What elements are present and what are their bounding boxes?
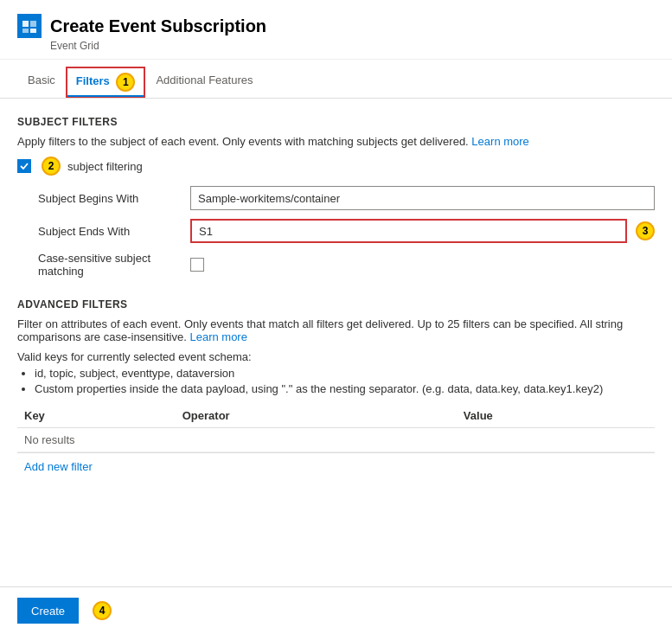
create-button[interactable]: Create: [17, 598, 79, 624]
filter-table-header-row: Key Operator Value: [17, 404, 655, 428]
tab-additional-prefix: Add: [156, 74, 176, 86]
subject-ends-with-row: Subject Ends With 3: [17, 219, 655, 243]
header: Create Event Subscription Event Grid: [0, 0, 672, 60]
filter-table: Key Operator Value No results: [17, 404, 655, 452]
svg-rect-1: [30, 21, 36, 27]
footer: Create 4: [0, 586, 672, 634]
no-results-row: No results: [17, 428, 655, 452]
page-container: Create Event Subscription Event Grid Bas…: [0, 0, 672, 634]
col-value: Value: [457, 404, 655, 428]
tab-filters[interactable]: Filters 1: [66, 67, 146, 98]
valid-key-2: Custom properties inside the data payloa…: [35, 382, 655, 395]
subject-ends-with-label: Subject Ends With: [17, 225, 190, 238]
subject-filters-desc: Apply filters to the subject of each eve…: [17, 135, 655, 148]
valid-keys: Valid keys for currently selected event …: [17, 350, 655, 395]
case-sensitive-checkbox[interactable]: [190, 258, 204, 272]
subject-begins-with-label: Subject Begins With: [17, 192, 190, 205]
event-grid-icon: [17, 14, 42, 38]
subject-filters-title: SUBJECT FILTERS: [17, 116, 655, 128]
tab-basic[interactable]: Basic: [17, 67, 66, 98]
col-operator: Operator: [176, 404, 457, 428]
page-title: Create Event Subscription: [50, 16, 266, 36]
subject-filters-section: SUBJECT FILTERS Apply filters to the sub…: [17, 116, 655, 278]
advanced-filters-section: ADVANCED FILTERS Filter on attributes of…: [17, 298, 655, 480]
valid-key-1: id, topic, subject, eventtype, dataversi…: [35, 367, 655, 380]
col-key: Key: [17, 404, 176, 428]
subject-filter-fields: Subject Begins With Subject Ends With 3 …: [17, 186, 655, 278]
valid-keys-list: id, topic, subject, eventtype, dataversi…: [17, 367, 655, 395]
svg-rect-2: [22, 29, 29, 33]
svg-rect-0: [22, 21, 29, 27]
add-filter-row: Add new filter: [17, 452, 655, 480]
annotation-badge-3: 3: [636, 221, 655, 240]
main-content: SUBJECT FILTERS Apply filters to the sub…: [0, 99, 672, 586]
subject-ends-with-input[interactable]: [190, 219, 627, 243]
advanced-filters-title: ADVANCED FILTERS: [17, 298, 655, 311]
tab-bar: Basic Filters 1 Additional Features: [0, 67, 672, 99]
annotation-badge-1: 1: [116, 73, 135, 92]
header-subtitle: Event Grid: [50, 40, 655, 52]
subject-filtering-label: subject filtering: [67, 160, 143, 173]
annotation-badge-2: 2: [42, 157, 61, 176]
subject-filtering-checkbox-row: 2 subject filtering: [17, 157, 655, 176]
advanced-filters-learn-more[interactable]: Learn more: [189, 330, 246, 343]
no-results-text: No results: [17, 428, 655, 452]
add-new-filter-link[interactable]: Add new filter: [24, 460, 93, 473]
svg-rect-3: [30, 29, 36, 33]
subject-begins-with-input[interactable]: [190, 186, 655, 210]
subject-filtering-checkbox[interactable]: [17, 159, 31, 173]
tab-additional[interactable]: Additional Features: [145, 67, 263, 98]
case-sensitive-row: Case-sensitive subject matching: [17, 252, 655, 278]
subject-ends-with-input-wrapper: 3: [190, 219, 655, 243]
subject-filters-learn-more[interactable]: Learn more: [471, 135, 528, 148]
advanced-filters-desc: Filter on attributes of each event. Only…: [17, 317, 655, 343]
case-sensitive-label: Case-sensitive subject matching: [17, 252, 190, 278]
annotation-badge-4: 4: [93, 601, 112, 620]
subject-begins-with-row: Subject Begins With: [17, 186, 655, 210]
